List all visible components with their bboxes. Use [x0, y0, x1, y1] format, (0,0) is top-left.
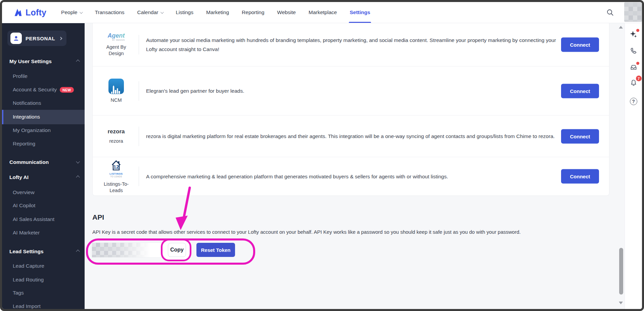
chevron-up-icon[interactable]: [76, 59, 80, 63]
integration-name: Agent By Design: [101, 44, 131, 57]
integration-row-ncm: NCM Elegran's lead gen partner for buyer…: [93, 66, 609, 116]
connect-button[interactable]: Connect: [561, 129, 599, 143]
sidebar-item-ai-sales-assistant[interactable]: AI Sales Assistant: [13, 213, 54, 226]
sidebar-section-communication[interactable]: Communication: [9, 156, 49, 169]
sidebar-item-ai-marketer[interactable]: AI Marketer: [13, 226, 40, 239]
right-icon-rail: 7 ?: [625, 23, 642, 309]
integration-description: A comprehensive marketing & lead generat…: [146, 157, 565, 195]
chevron-up-icon[interactable]: [76, 250, 80, 253]
api-key-field[interactable]: [92, 242, 168, 258]
chevron-down-icon[interactable]: [76, 160, 80, 163]
connect-button[interactable]: Connect: [561, 169, 599, 184]
connect-button[interactable]: Connect: [561, 84, 599, 98]
integration-row-agent-by-design: Agent BY DESIGN Agent By Design Automate…: [93, 23, 609, 66]
sidebar-section-lead-settings[interactable]: Lead Settings: [9, 245, 44, 258]
ai-sparkle-icon[interactable]: [629, 29, 639, 39]
account-switcher[interactable]: PERSONAL: [7, 31, 66, 46]
listings-to-leads-logo: 12 LISTINGS TO LEADS Listings-To-Leads: [93, 157, 131, 195]
sidebar-item-overview[interactable]: Overview: [13, 186, 35, 199]
integration-row-listings-to-leads: 12 LISTINGS TO LEADS Listings-To-Leads A…: [93, 157, 609, 195]
scrollbar-up-arrow[interactable]: [619, 26, 623, 29]
rezora-logo: rezora rezora: [93, 116, 131, 157]
sidebar-item-lead-capture[interactable]: Lead Capture: [13, 259, 44, 273]
integration-name: rezora: [109, 138, 123, 144]
reset-token-button[interactable]: Reset Token: [196, 243, 235, 257]
api-section-description: API Key is a secret code that allows oth…: [92, 229, 521, 235]
chevron-down-icon: [160, 10, 164, 14]
sidebar-item-lead-routing[interactable]: Lead Routing: [13, 273, 44, 286]
search-icon[interactable]: [606, 9, 614, 17]
settings-sidebar: PERSONAL My User Settings Profile Accoun…: [2, 23, 85, 309]
chevron-down-icon: [80, 10, 83, 14]
nav-item-people[interactable]: People: [61, 2, 82, 23]
integration-name: Listings-To-Leads: [101, 181, 131, 194]
api-section-title: API: [92, 213, 104, 221]
integration-description: Automate your social media marketing wit…: [146, 23, 565, 66]
chevron-up-icon[interactable]: [76, 175, 80, 179]
new-badge: NEW: [60, 87, 74, 93]
lofty-logo[interactable]: Lofty: [13, 8, 46, 17]
phone-icon[interactable]: [629, 46, 639, 56]
ncm-logo: NCM: [93, 66, 131, 115]
divider: [139, 167, 139, 186]
person-icon: [10, 33, 22, 44]
sidebar-item-my-organization[interactable]: My Organization: [13, 124, 51, 137]
divider: [139, 35, 139, 54]
sidebar-section-lofty-ai[interactable]: Lofty AI: [9, 171, 29, 184]
avatar[interactable]: [624, 2, 642, 22]
sidebar-item-account-security[interactable]: Account & SecurityNEW: [13, 83, 74, 96]
sidebar-item-tags[interactable]: Tags: [13, 286, 24, 300]
bell-icon[interactable]: 7: [629, 78, 639, 88]
sidebar-item-notifications[interactable]: Notifications: [13, 96, 41, 110]
notification-dot: [636, 29, 639, 32]
divider: [139, 81, 139, 101]
integration-row-rezora: rezora rezora rezora is digital marketin…: [93, 116, 609, 157]
sidebar-item-ai-copilot[interactable]: AI Copilot: [13, 199, 35, 212]
blurred-api-key: [92, 243, 167, 257]
integration-name: NCM: [110, 97, 122, 103]
nav-item-calendar[interactable]: Calendar: [137, 2, 163, 23]
app-window: Lofty People Transactions Calendar Listi…: [0, 0, 644, 311]
lofty-logo-text: Lofty: [26, 8, 46, 17]
help-icon[interactable]: ?: [629, 96, 639, 106]
integrations-panel: Agent BY DESIGN Agent By Design Automate…: [85, 23, 625, 309]
nav-item-transactions[interactable]: Transactions: [95, 2, 124, 23]
lofty-logo-icon: [13, 8, 22, 17]
nav-menu: People Transactions Calendar Listings Ma…: [61, 2, 370, 23]
bell-badge: 7: [636, 76, 642, 81]
scrollbar-thumb[interactable]: [619, 248, 623, 295]
account-switcher-label: PERSONAL: [26, 36, 59, 41]
sidebar-item-lead-import[interactable]: Lead Import: [13, 300, 41, 311]
agent-by-design-logo: Agent BY DESIGN Agent By Design: [93, 23, 131, 66]
city-skyline-icon: [108, 79, 124, 94]
copy-button[interactable]: Copy: [168, 243, 186, 257]
top-nav: Lofty People Transactions Calendar Listi…: [2, 2, 642, 23]
inbox-icon[interactable]: [629, 62, 639, 72]
svg-text:12: 12: [113, 164, 119, 170]
integration-description: Elegran's lead gen partner for buyer lea…: [146, 66, 565, 115]
sidebar-item-reporting[interactable]: Reporting: [13, 137, 35, 150]
integration-description: rezora is digital marketing platform for…: [146, 116, 565, 157]
divider: [139, 127, 139, 146]
notification-dot: [636, 62, 639, 65]
chevron-right-icon: [59, 37, 62, 40]
sidebar-section-my-user-settings[interactable]: My User Settings: [9, 55, 52, 68]
scrollbar-down-arrow[interactable]: [619, 302, 623, 304]
connect-button[interactable]: Connect: [561, 38, 599, 52]
nav-item-marketplace[interactable]: Marketplace: [309, 2, 337, 23]
nav-item-reporting[interactable]: Reporting: [242, 2, 264, 23]
sidebar-item-profile[interactable]: Profile: [13, 70, 28, 83]
house-icon: 12: [109, 159, 124, 171]
nav-item-settings[interactable]: Settings: [350, 2, 370, 23]
integrations-list: Agent BY DESIGN Agent By Design Automate…: [92, 23, 609, 196]
sidebar-item-integrations[interactable]: Integrations: [13, 110, 40, 124]
nav-item-website[interactable]: Website: [277, 2, 296, 23]
nav-item-marketing[interactable]: Marketing: [206, 2, 229, 23]
nav-item-listings[interactable]: Listings: [176, 2, 193, 23]
